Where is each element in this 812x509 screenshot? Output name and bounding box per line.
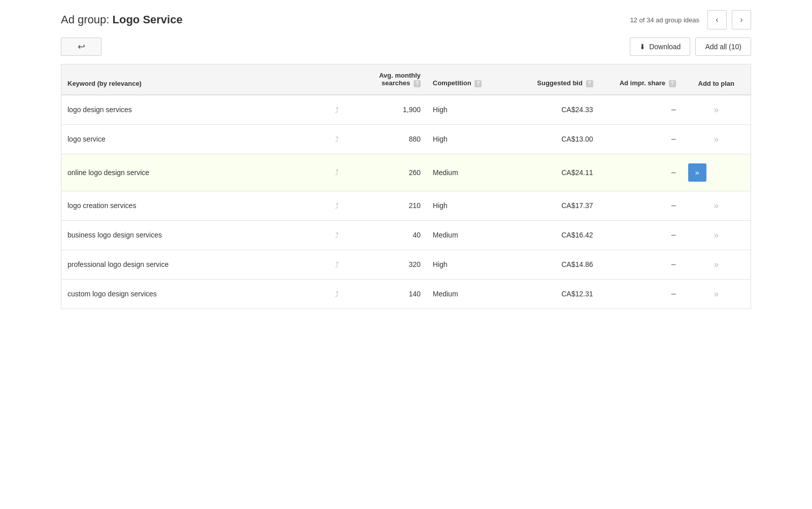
add-to-plan-active-button[interactable]: » xyxy=(688,163,706,182)
add-to-plan-inactive-button[interactable]: » xyxy=(688,200,745,211)
searches-cell: 210 xyxy=(351,191,426,220)
adimpr-cell: – xyxy=(599,95,682,125)
bid-cell: CA$24.33 xyxy=(510,95,599,125)
trend-chart-icon[interactable]: ⤴ xyxy=(335,231,339,240)
table-row: online logo design service⤴260MediumCA$2… xyxy=(61,154,751,191)
chart-icon-cell[interactable]: ⤴ xyxy=(323,191,351,220)
add-plan-cell[interactable]: » xyxy=(682,250,751,279)
trend-chart-icon[interactable]: ⤴ xyxy=(335,201,339,210)
chart-icon-cell[interactable]: ⤴ xyxy=(323,250,351,279)
adimpr-dash: – xyxy=(671,260,676,268)
table-row: logo creation services⤴210HighCA$17.37–» xyxy=(61,191,751,220)
searches-cell: 320 xyxy=(351,250,426,279)
trend-chart-icon[interactable]: ⤴ xyxy=(335,260,339,269)
chart-icon-cell[interactable]: ⤴ xyxy=(323,220,351,250)
adimpr-help-icon[interactable]: ? xyxy=(669,80,676,87)
chart-icon-cell[interactable]: ⤴ xyxy=(323,279,351,309)
adimpr-dash: – xyxy=(671,230,676,239)
adimpr-cell: – xyxy=(599,250,682,279)
competition-cell: High xyxy=(427,124,510,154)
col-header-searches: Avg. monthly searches ? xyxy=(351,64,426,95)
keyword-cell: logo creation services xyxy=(61,191,323,220)
keyword-cell: online logo design service xyxy=(61,154,323,191)
competition-cell: Medium xyxy=(427,154,510,191)
table-row: logo service⤴880HighCA$13.00–» xyxy=(61,124,751,154)
adimpr-cell: – xyxy=(599,191,682,220)
searches-cell: 260 xyxy=(351,154,426,191)
add-plan-cell[interactable]: » xyxy=(682,154,751,191)
trend-chart-icon[interactable]: ⤴ xyxy=(335,168,339,177)
trend-chart-icon[interactable]: ⤴ xyxy=(335,106,339,114)
table-row: logo design services⤴1,900HighCA$24.33–» xyxy=(61,95,751,125)
bid-cell: CA$12.31 xyxy=(510,279,599,309)
bid-help-icon[interactable]: ? xyxy=(586,80,593,87)
col-header-bid: Suggested bid ? xyxy=(510,64,599,95)
table-row: professional logo design service⤴320High… xyxy=(61,250,751,279)
competition-cell: Medium xyxy=(427,220,510,250)
bid-cell: CA$16.42 xyxy=(510,220,599,250)
adimpr-dash: – xyxy=(671,105,676,114)
add-plan-cell[interactable]: » xyxy=(682,279,751,309)
searches-cell: 140 xyxy=(351,279,426,309)
add-plan-cell[interactable]: » xyxy=(682,95,751,125)
col-header-chart xyxy=(323,64,351,95)
bid-cell: CA$17.37 xyxy=(510,191,599,220)
adimpr-cell: – xyxy=(599,154,682,191)
chart-icon-cell[interactable]: ⤴ xyxy=(323,95,351,125)
download-label: Download xyxy=(649,43,681,51)
pagination-info: 12 of 34 ad group ideas xyxy=(630,16,699,24)
back-icon: ↩ xyxy=(78,41,85,52)
add-to-plan-inactive-button[interactable]: » xyxy=(688,230,745,241)
ad-group-prefix: Ad group: xyxy=(61,13,109,26)
col-header-keyword: Keyword (by relevance) xyxy=(61,64,323,95)
bid-cell: CA$24.11 xyxy=(510,154,599,191)
keyword-cell: professional logo design service xyxy=(61,250,323,279)
bid-cell: CA$13.00 xyxy=(510,124,599,154)
ad-group-name: Logo Service xyxy=(113,13,183,26)
adimpr-dash: – xyxy=(671,201,676,210)
add-to-plan-inactive-button[interactable]: » xyxy=(688,289,745,299)
add-to-plan-inactive-button[interactable]: » xyxy=(688,105,745,115)
adimpr-dash: – xyxy=(671,168,676,177)
searches-cell: 1,900 xyxy=(351,95,426,125)
adimpr-cell: – xyxy=(599,279,682,309)
adimpr-cell: – xyxy=(599,220,682,250)
keyword-cell: logo service xyxy=(61,124,323,154)
bid-cell: CA$14.86 xyxy=(510,250,599,279)
searches-cell: 880 xyxy=(351,124,426,154)
competition-cell: High xyxy=(427,250,510,279)
table-row: business logo design services⤴40MediumCA… xyxy=(61,220,751,250)
keyword-cell: logo design services xyxy=(61,95,323,125)
table-header-row: Keyword (by relevance) Avg. monthly sear… xyxy=(61,64,751,95)
add-plan-cell[interactable]: » xyxy=(682,124,751,154)
add-all-button[interactable]: Add all (10) xyxy=(695,38,751,56)
keyword-cell: custom logo design services xyxy=(61,279,323,309)
add-plan-cell[interactable]: » xyxy=(682,220,751,250)
adimpr-dash: – xyxy=(671,289,676,298)
keyword-cell: business logo design services xyxy=(61,220,323,250)
table-row: custom logo design services⤴140MediumCA$… xyxy=(61,279,751,309)
add-to-plan-inactive-button[interactable]: » xyxy=(688,134,745,145)
add-all-label: Add all (10) xyxy=(705,43,741,51)
adimpr-dash: – xyxy=(671,134,676,143)
competition-cell: Medium xyxy=(427,279,510,309)
trend-chart-icon[interactable]: ⤴ xyxy=(335,290,339,298)
add-to-plan-inactive-button[interactable]: » xyxy=(688,259,745,270)
searches-help-icon[interactable]: ? xyxy=(414,80,421,87)
download-icon: ⬇ xyxy=(639,43,646,51)
next-button[interactable]: › xyxy=(732,10,751,29)
trend-chart-icon[interactable]: ⤴ xyxy=(335,135,339,144)
col-header-competition: Competition ? xyxy=(427,64,510,95)
prev-button[interactable]: ‹ xyxy=(707,10,727,29)
add-plan-cell[interactable]: » xyxy=(682,191,751,220)
back-button[interactable]: ↩ xyxy=(61,38,101,56)
ad-group-title: Ad group: Logo Service xyxy=(61,13,183,26)
competition-cell: High xyxy=(427,191,510,220)
col-header-addplan: Add to plan xyxy=(682,64,751,95)
download-button[interactable]: ⬇ Download xyxy=(630,38,690,56)
competition-help-icon[interactable]: ? xyxy=(475,80,482,87)
searches-cell: 40 xyxy=(351,220,426,250)
chart-icon-cell[interactable]: ⤴ xyxy=(323,154,351,191)
col-header-adimpr: Ad impr. share ? xyxy=(599,64,682,95)
chart-icon-cell[interactable]: ⤴ xyxy=(323,124,351,154)
